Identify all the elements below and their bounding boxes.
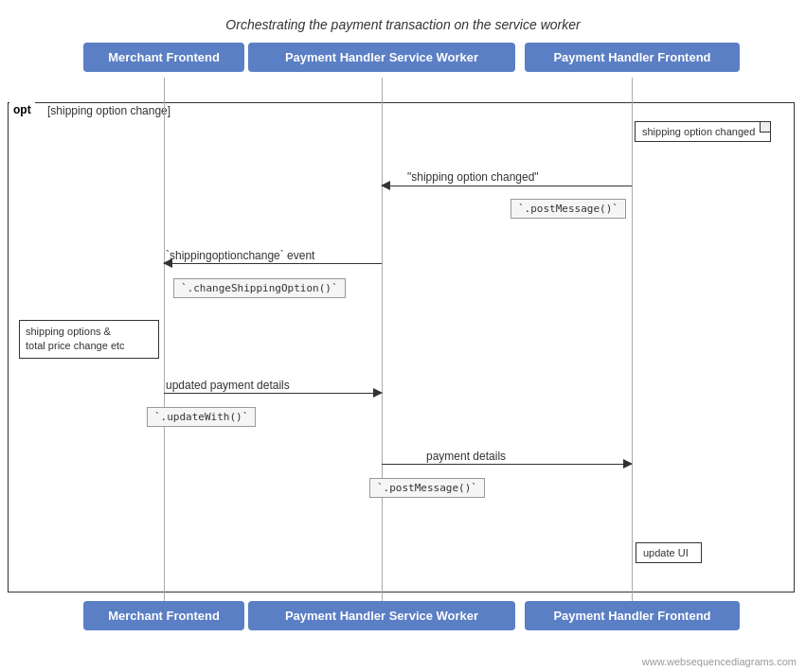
actor-merchant-top: Merchant Frontend [83,43,244,72]
arrow-shipping-option-changed [382,186,632,186]
label-payment-details: payment details [426,450,506,463]
method-postmessage-1: `.postMessage()` [510,199,626,219]
method-postmessage-2: `.postMessage()` [369,478,485,498]
label-shipping-option-changed: "shipping option changed" [407,170,539,184]
actor-pfrontend-top: Payment Handler Frontend [525,43,740,72]
note-shipping-options: shipping options &total price change etc [19,320,159,359]
arrow-payment-details [382,464,632,465]
diagram-container: Orchestrating the payment transaction on… [0,0,806,672]
arrow-shippingoptionchange [164,263,382,264]
arrow-updated-payment [164,393,382,394]
note-update-ui: update UI [636,542,702,563]
opt-condition: [shipping option change] [47,104,170,117]
label-shippingoptionchange: `shippingoptionchange` event [166,249,314,262]
lifeline-merchant [164,78,165,606]
actor-phandler-bottom: Payment Handler Service Worker [248,601,515,630]
method-updatewith: `.updateWith()` [147,407,256,427]
watermark: www.websequencediagrams.com [642,656,797,667]
note-shipping-option-changed: shipping option changed [635,121,771,142]
actor-merchant-bottom: Merchant Frontend [83,601,244,630]
actor-phandler-top: Payment Handler Service Worker [248,43,515,72]
lifeline-phandler [382,78,383,606]
method-changeshippingoption: `.changeShippingOption()` [173,278,346,298]
diagram-title: Orchestrating the payment transaction on… [0,8,806,32]
label-updated-payment: updated payment details [166,379,290,392]
lifeline-pfrontend [632,78,633,606]
opt-label: opt [9,102,35,117]
actor-pfrontend-bottom: Payment Handler Frontend [525,601,740,630]
